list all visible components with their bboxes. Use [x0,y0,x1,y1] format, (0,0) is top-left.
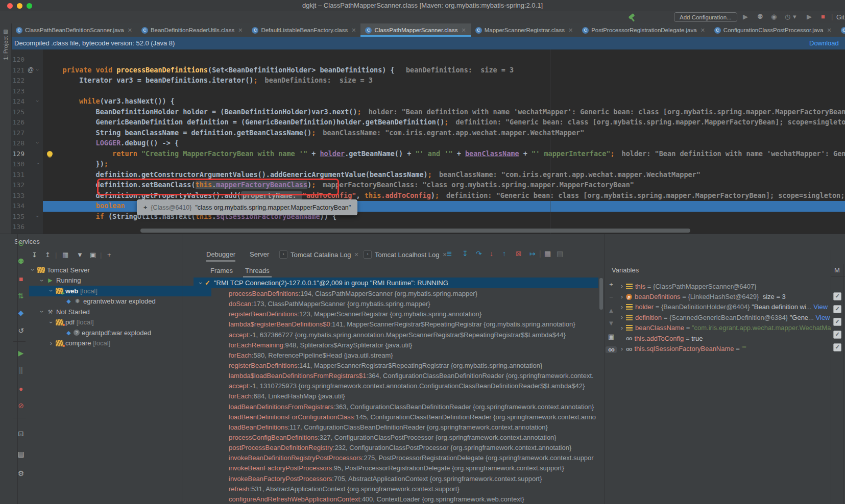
stack-frame-row[interactable]: doScan:173, ClassPathMapperScanner {org.… [194,299,634,309]
annotation-gutter-icon[interactable]: @ [28,66,34,73]
collapse-all-icon[interactable]: ↥ [45,251,51,258]
reset-frame-icon[interactable]: ⊠ [516,250,522,257]
show-configuration-icon[interactable]: ▣ [90,251,96,258]
fold-marker-icon[interactable]: › [35,142,41,144]
stop-button[interactable]: ■ [821,13,825,20]
chevron-right-icon[interactable]: › [618,314,626,321]
close-tab-icon[interactable]: ✕ [461,27,466,34]
editor-tab-4[interactable]: CClassPathMapperScanner.class✕ [360,23,470,37]
build-hammer-icon[interactable] [627,13,637,22]
editor-tab-2[interactable]: CBeanDefinitionReaderUtils.class✕ [137,23,248,37]
tab-threads[interactable]: Threads [245,267,270,274]
memory-checkbox[interactable]: ✓ [833,318,841,326]
stack-frame-row[interactable]: processConfigBeanDefinitions:327, Config… [194,433,634,443]
stack-frame-row[interactable]: processBeanDefinitions:194, ClassPathMap… [194,289,634,299]
stack-frame-row[interactable]: forEach:684, LinkedHashMap {java.util} [194,391,634,401]
show-watches-icon[interactable]: oo [606,346,617,353]
expand-all-icon[interactable]: ↧ [32,251,37,258]
variable-row-holder[interactable]: ›holder = {BeanDefinitionHolder@6404} "B… [618,302,831,312]
stack-frame-row[interactable]: loadBeanDefinitions:117, ConfigurationCl… [194,422,634,433]
close-tab-icon[interactable]: ✕ [568,27,573,34]
sidebar-stripe----project[interactable]: ▨1: Project [0,29,11,60]
stack-frame-row[interactable]: registerBeanDefinitions:123, MapperScann… [194,309,634,319]
debugger-tab-debugger[interactable]: Debugger [206,250,235,258]
stack-frame-row[interactable]: lambda$registerBeanDefinitions$0:141, Ma… [194,319,634,330]
move-watch-up-icon[interactable]: ▲ [606,307,617,314]
stack-frame-row[interactable]: invokeBeanDefinitionRegistryPostProcesso… [194,453,634,463]
editor-horizontal-scrollbar[interactable] [140,229,690,233]
close-tab-icon[interactable]: ✕ [238,27,243,34]
variable-row-beandefinitions[interactable]: ›pbeanDefinitions = {LinkedHashSet@6429}… [618,291,831,301]
debug-button[interactable]: ⚉ [757,13,763,20]
tree-item-not-started[interactable]: ›⚒Not Started [29,307,202,317]
coverage-button[interactable]: ◉ [771,13,777,20]
stack-frame-row[interactable]: invokeBeanFactoryPostProcessors:705, Abs… [194,474,634,484]
tree-item-compare[interactable]: ›■compare [local] [29,338,211,349]
editor-tab-8[interactable]: CConfiguratio [836,23,845,37]
close-tab-icon[interactable]: ✕ [827,27,831,34]
chevron-right-icon[interactable]: › [618,345,626,352]
stack-frame-row[interactable]: configureAndRefreshWebApplicationContext… [194,494,634,504]
variable-row-definition[interactable]: ›definition = {ScannedGenericBeanDefinit… [618,312,831,322]
chevron-icon[interactable]: › [38,277,45,284]
show-execution-point-icon[interactable]: ↧ [462,250,468,257]
chevron-icon[interactable]: › [47,340,55,347]
stack-frame-row[interactable]: registerBeanDefinitions:141, MapperScann… [194,361,634,371]
chevron-icon[interactable]: › [38,308,45,315]
tree-item-web[interactable]: ›▶web [local] [29,286,211,296]
stack-frame-row[interactable]: loadBeanDefinitionsForConfigurationClass… [194,412,634,422]
memory-checkbox[interactable]: ✓ [833,331,841,339]
stack-frame-row[interactable]: refresh:531, AbstractApplicationContext … [194,484,634,494]
tree-item-egrantweb-war-exploded[interactable]: ◆❋egrantweb:war exploded [29,296,221,307]
duplicate-watch-icon[interactable]: ▣ [606,333,617,340]
download-link[interactable]: Download [809,39,839,47]
add-service-icon[interactable]: + [107,251,111,258]
editor-tab-5[interactable]: CMapperScannerRegistrar.class✕ [471,23,577,37]
variable-row-this[interactable]: ›this = {ClassPathMapperScanner@6407} [618,281,831,291]
layout-menu-icon[interactable]: ≡ [447,249,452,258]
run-button[interactable]: ▶ [743,13,748,20]
debugger-tab-tomcat-localhost-log[interactable]: ›Tomcat Localhost Log✕ [364,250,447,259]
add-watch-icon[interactable]: + [606,281,617,288]
stack-frame-row[interactable]: forEachRemaining:948, Spliterators$Array… [194,340,634,350]
stack-frame-row[interactable]: invokeBeanFactoryPostProcessors:95, Post… [194,463,634,473]
layout-settings-icon[interactable]: ▤ [557,250,563,257]
thread-header-row[interactable]: › ✓ "RMI TCP Connection(2)-127.0.0.1"@2,… [194,278,598,288]
stack-frame-row[interactable]: accept:-1, 637366727 {org.mybatis.spring… [194,330,634,340]
variable-row-this-addtoconfig[interactable]: oothis.addToConfig = true [618,333,831,343]
add-configuration-button[interactable]: Add Configuration... [674,12,737,22]
stack-frame-row[interactable]: postProcessBeanDefinitionRegistry:232, C… [194,443,634,453]
tab-frames[interactable]: Frames [210,267,233,274]
stack-frame-row[interactable]: loadBeanDefinitionsFromRegistrars:363, C… [194,402,634,412]
chevron-icon[interactable]: › [47,319,55,326]
close-tab-icon[interactable]: ✕ [354,251,359,258]
group-by-icon[interactable]: ▦ [62,251,68,258]
close-tab-icon[interactable]: ✕ [701,27,705,34]
fold-marker-icon[interactable]: › [35,100,41,102]
stack-frame-row[interactable]: forEach:580, ReferencePipeline$Head {jav… [194,350,634,361]
close-tab-icon[interactable]: ✕ [351,27,356,34]
memory-checkbox[interactable]: ✓ [833,343,841,351]
move-watch-down-icon[interactable]: ▼ [606,320,617,326]
remove-watch-icon[interactable]: − [606,294,617,300]
run-to-cursor-icon[interactable]: ↦ [529,250,536,257]
profiler-button[interactable]: ◷ [785,13,790,20]
profiler-dropdown[interactable]: ▾ [793,13,796,20]
tree-item-tomcat-server[interactable]: ›Tomcat Server [29,265,193,275]
debugger-tab-server[interactable]: Server [250,250,269,258]
fold-marker-icon[interactable]: › [35,163,41,165]
rerun-button[interactable]: ▶ [807,13,812,20]
variable-row-this-sqlsessionfactorybeanname[interactable]: ›oothis.sqlSessionFactoryBeanName = "" [618,343,831,354]
debugger-tab-tomcat-catalina-log[interactable]: ›Tomcat Catalina Log✕ [279,250,359,259]
close-tab-icon[interactable]: ✕ [128,27,132,34]
step-out-icon[interactable]: ↑ [502,250,506,257]
git-label[interactable]: Git: [836,14,845,21]
editor-tab-6[interactable]: CPostProcessorRegistrationDelegate.java✕ [577,23,710,37]
chevron-icon[interactable]: › [47,287,55,294]
step-over-icon[interactable]: ↷ [476,250,482,257]
tree-item-pdf[interactable]: ›■pdf [local] [29,317,211,328]
chevron-right-icon[interactable]: › [618,283,626,290]
tree-item-egrantpdf-war-exploded[interactable]: ◆?egrantpdf:war exploded [29,327,221,338]
filter-icon[interactable]: ▼ [77,251,83,258]
editor-tab-1[interactable]: CClassPathBeanDefinitionScanner.java✕ [11,23,137,37]
